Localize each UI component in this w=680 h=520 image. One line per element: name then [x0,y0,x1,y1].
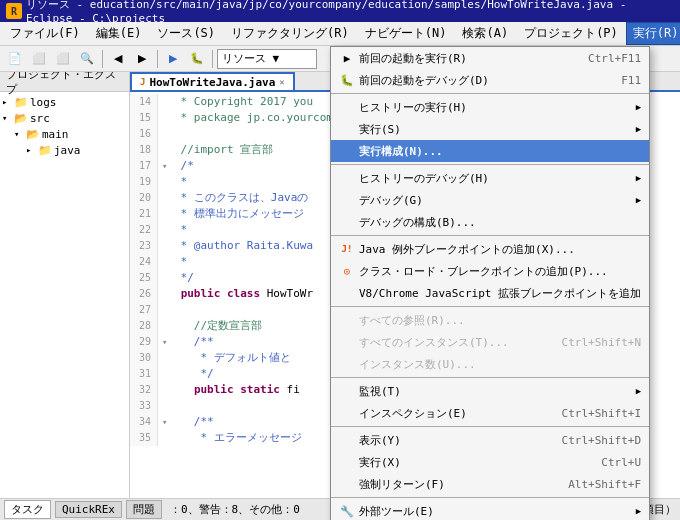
menu-all-refs-label: すべての参照(R)... [359,313,641,328]
menu-all-instances-label: すべてのインスタンス(T)... [359,335,542,350]
menu-history-debug[interactable]: ヒストリーのデバッグ(H) ▶ [331,167,649,189]
status-tab-problems[interactable]: 問題 [126,500,162,519]
history-run-icon [339,99,355,115]
menu-run-config[interactable]: 実行構成(N)... [331,140,649,162]
menu-execute-shortcut: Ctrl+U [601,456,641,469]
menu-search[interactable]: 検索(A) [454,22,516,45]
menu-file[interactable]: ファイル(F) [2,22,88,45]
tree-arrow-src: ▾ [2,113,14,123]
submenu-arrow-watch: ▶ [636,386,641,396]
tree-arrow-main: ▾ [14,129,26,139]
force-return-icon [339,476,355,492]
toolbar-perspective-dropdown[interactable]: リソース ▼ [217,49,317,69]
menu-run-config-label: 実行構成(N)... [359,144,641,159]
submenu-arrow-debug-g: ▶ [636,195,641,205]
watch-icon [339,383,355,399]
left-panel: プロジェクト・エクスプ ▸ 📁 logs ▾ 📂 src ▾ 📂 main ▸ … [0,72,130,498]
menu-history-run[interactable]: ヒストリーの実行(H) ▶ [331,96,649,118]
menu-edit[interactable]: 編集(E) [88,22,150,45]
menu-instance-count: インスタンス数(U)... [331,353,649,375]
inspect-icon [339,405,355,421]
tree-item-main[interactable]: ▾ 📂 main [2,126,127,142]
all-refs-icon [339,312,355,328]
menu-all-instances: すべてのインスタンス(T)... Ctrl+Shift+N [331,331,649,353]
menu-inspect-label: インスペクション(E) [359,406,542,421]
menu-external-tools[interactable]: 🔧 外部ツール(E) ▶ [331,500,649,520]
project-explorer-tab[interactable]: プロジェクト・エクスプ [0,72,129,92]
all-instances-icon [339,334,355,350]
tree-item-src[interactable]: ▾ 📂 src [2,110,127,126]
external-tools-icon: 🔧 [339,503,355,519]
menu-force-return-label: 強制リターン(F) [359,477,548,492]
toolbar-back[interactable]: ◀ [107,48,129,70]
menu-v8-bp[interactable]: V8/Chrome JavaScript 拡張ブレークポイントを追加 [331,282,649,304]
menu-v8-bp-label: V8/Chrome JavaScript 拡張ブレークポイントを追加 [359,286,641,301]
folder-icon-logs: 📁 [14,95,28,109]
tab-close-icon[interactable]: ✕ [279,77,284,87]
dropdown-text: リソース ▼ [222,51,279,66]
tree-item-java[interactable]: ▸ 📁 java [2,142,127,158]
menu-refactor[interactable]: リファクタリング(R) [223,22,357,45]
menu-force-return[interactable]: 強制リターン(F) Alt+Shift+F [331,473,649,495]
menu-display[interactable]: 表示(Y) Ctrl+Shift+D [331,429,649,451]
menu-external-tools-label: 外部ツール(E) [359,504,628,519]
menu-debug-last[interactable]: 🐛 前回の起動をデバッグ(D) F11 [331,69,649,91]
toolbar-btn4[interactable]: 🔍 [76,48,98,70]
toolbar-sep2 [157,50,158,68]
debug-config-icon [339,214,355,230]
menu-classload-bp[interactable]: ⊙ クラス・ロード・ブレークポイントの追加(P)... [331,260,649,282]
editor-tab-howtowrite[interactable]: J HowToWriteJava.java ✕ [130,72,295,90]
menu-debug-g[interactable]: デバッグ(G) ▶ [331,189,649,211]
tree-arrow-logs: ▸ [2,97,14,107]
status-counts: ：0、警告：8、その他：0 [170,502,300,517]
menu-all-instances-shortcut: Ctrl+Shift+N [562,336,641,349]
toolbar-sep3 [212,50,213,68]
menu-run[interactable]: 実行(R) [626,22,680,45]
menu-execute[interactable]: 実行(X) Ctrl+U [331,451,649,473]
menu-debug-config[interactable]: デバッグの構成(B)... [331,211,649,233]
menu-source[interactable]: ソース(S) [149,22,223,45]
menu-sep-1 [331,93,649,94]
toolbar-fwd[interactable]: ▶ [131,48,153,70]
folder-icon-src: 📂 [14,111,28,125]
menu-sep-7 [331,497,649,498]
menu-inspect[interactable]: インスペクション(E) Ctrl+Shift+I [331,402,649,424]
tree-arrow-java: ▸ [26,145,38,155]
menu-execute-label: 実行(X) [359,455,581,470]
menu-java-exception-bp[interactable]: J! Java 例外ブレークポイントの追加(X)... [331,238,649,260]
menu-sep-6 [331,426,649,427]
menu-bar: ファイル(F) 編集(E) ソース(S) リファクタリング(R) ナビゲート(N… [0,22,680,46]
submenu-arrow-hist-debug: ▶ [636,173,641,183]
app-icon: R [6,3,22,19]
menu-debug-g-label: デバッグ(G) [359,193,628,208]
submenu-arrow-history: ▶ [636,102,641,112]
menu-run-last[interactable]: ▶ 前回の起動を実行(R) Ctrl+F11 [331,47,649,69]
tree-label-logs: logs [30,96,57,109]
toolbar-btn2[interactable]: ⬜ [28,48,50,70]
menu-history-run-label: ヒストリーの実行(H) [359,100,628,115]
menu-history-debug-label: ヒストリーのデバッグ(H) [359,171,628,186]
toolbar-new[interactable]: 📄 [4,48,26,70]
run-dropdown-menu[interactable]: ▶ 前回の起動を実行(R) Ctrl+F11 🐛 前回の起動をデバッグ(D) F… [330,46,650,520]
java-file-icon: J [140,77,145,87]
menu-watch[interactable]: 監視(T) ▶ [331,380,649,402]
status-tab-task[interactable]: タスク [4,500,51,519]
run-s-icon [339,121,355,137]
menu-navigate[interactable]: ナビゲート(N) [357,22,455,45]
toolbar-debug[interactable]: 🐛 [186,48,208,70]
debug-icon: 🐛 [339,72,355,88]
v8-icon [339,285,355,301]
menu-sep-3 [331,235,649,236]
toolbar-run[interactable]: ▶ [162,48,184,70]
menu-project[interactable]: プロジェクト(P) [516,22,626,45]
debug-g-icon [339,192,355,208]
submenu-arrow-run-s: ▶ [636,124,641,134]
toolbar-sep1 [102,50,103,68]
status-tab-quickrex[interactable]: QuickREx [55,501,122,518]
menu-run-s-label: 実行(S) [359,122,628,137]
display-icon [339,432,355,448]
toolbar-btn3[interactable]: ⬜ [52,48,74,70]
menu-sep-5 [331,377,649,378]
classload-icon: ⊙ [339,263,355,279]
menu-run-s[interactable]: 実行(S) ▶ [331,118,649,140]
